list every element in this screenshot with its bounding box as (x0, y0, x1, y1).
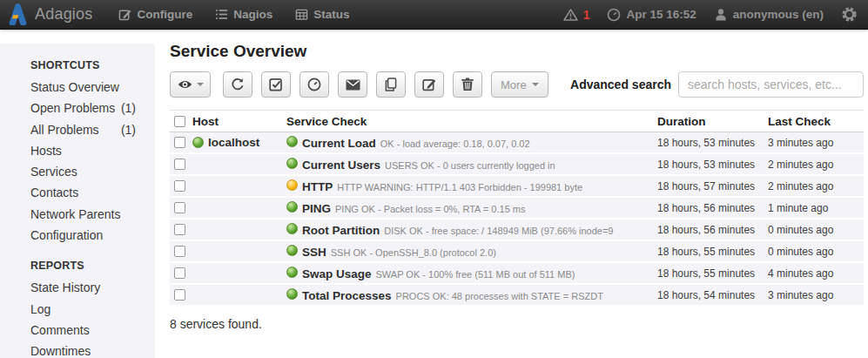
sidebar-item-label: State History (30, 277, 100, 298)
duration-value: 18 hours, 54 minutes (657, 289, 768, 301)
table-row: PING PING OK - Packet loss = 0%, RTA = 0… (170, 198, 864, 220)
sidebar-item-label: Open Problems (30, 98, 115, 118)
table-row: SSH SSH OK - OpenSSH_8.0 (protocol 2.0) … (170, 241, 864, 263)
sidebar-item-label: Status Overview (30, 77, 119, 98)
more-button[interactable]: More (491, 71, 548, 98)
acknowledge-button[interactable] (261, 71, 291, 98)
duration-value: 18 hours, 53 minutes (657, 137, 768, 149)
main-content: Service Overview (155, 30, 868, 358)
table-row: Swap Usage SWAP OK - 100% free (511 MB o… (170, 263, 864, 285)
toolbar: More Advanced search (170, 71, 864, 98)
sidebar-item[interactable]: Comments (0, 320, 155, 341)
sidebar-item[interactable]: Services (0, 161, 155, 182)
duration-value: 18 hours, 56 minutes (657, 202, 768, 214)
service-status-icon (286, 136, 298, 147)
select-all-checkbox[interactable] (174, 116, 185, 127)
sidebar-item[interactable]: All Problems (1) (0, 119, 155, 140)
last-check-value: 3 minutes ago (768, 289, 864, 301)
service-name[interactable]: Current Users (302, 159, 380, 172)
column-host: Host (192, 115, 286, 128)
service-name[interactable]: Root Partition (302, 224, 380, 237)
brand[interactable]: Adagios (9, 3, 92, 25)
table-row: HTTP HTTP WARNING: HTTP/1.1 403 Forbidde… (170, 176, 864, 198)
nav-configure[interactable]: Configure (118, 8, 192, 21)
column-last-check: Last Check (768, 115, 864, 128)
service-detail: HTTP WARNING: HTTP/1.1 403 Forbidden - 1… (337, 182, 582, 193)
service-name[interactable]: PING (302, 202, 331, 215)
envelope-icon (346, 79, 360, 91)
refresh-button[interactable] (223, 71, 252, 98)
brand-name: Adagios (35, 5, 92, 24)
nav-nagios-label: Nagios (233, 8, 273, 21)
adagios-logo-icon (9, 3, 27, 25)
service-name[interactable]: Total Processes (302, 289, 392, 302)
nav-status[interactable]: Status (295, 8, 349, 21)
last-check-value: 1 minute ago (768, 202, 864, 214)
row-checkbox[interactable] (174, 202, 185, 213)
table-row: Total Processes PROCS OK: 48 processes w… (170, 285, 864, 307)
copy-icon (384, 78, 398, 91)
nav-configure-label: Configure (137, 8, 192, 21)
service-status-icon (286, 245, 298, 256)
sidebar-item[interactable]: Open Problems (1) (0, 98, 155, 118)
service-status-icon (286, 201, 298, 213)
list-icon (215, 8, 228, 21)
row-checkbox[interactable] (174, 224, 185, 235)
user-icon (714, 8, 728, 22)
sidebar: SHORTCUTS Status Overview Open Problems … (0, 44, 155, 358)
copy-button[interactable] (376, 71, 406, 98)
eye-icon (178, 79, 192, 90)
clock-icon (607, 8, 621, 22)
row-checkbox[interactable] (174, 289, 185, 301)
host-name[interactable]: localhost (208, 136, 259, 149)
sidebar-item[interactable]: Downtimes (0, 341, 155, 358)
user-menu[interactable]: anonymous (en) (714, 8, 824, 22)
duration-value: 18 hours, 55 minutes (657, 267, 768, 280)
table-row: Current Users USERS OK - 0 users current… (170, 154, 864, 176)
sidebar-item[interactable]: State History (0, 277, 155, 298)
sidebar-item[interactable]: Status Overview (0, 77, 155, 98)
search-input[interactable] (678, 71, 864, 98)
nav-nagios[interactable]: Nagios (215, 8, 273, 21)
service-detail: PING OK - Packet loss = 0%, RTA = 0.15 m… (335, 204, 525, 214)
service-status-icon (286, 267, 298, 278)
row-checkbox[interactable] (174, 246, 185, 257)
row-checkbox[interactable] (174, 267, 185, 279)
table-icon (295, 8, 308, 21)
sidebar-item[interactable]: Network Parents (0, 204, 155, 225)
sidebar-item[interactable]: Log (0, 299, 155, 320)
notify-button[interactable] (338, 71, 367, 98)
service-status-icon (286, 288, 298, 300)
service-name[interactable]: SSH (302, 246, 326, 259)
row-checkbox[interactable] (174, 137, 185, 148)
duration-value: 18 hours, 57 minutes (657, 180, 768, 193)
column-duration: Duration (657, 115, 768, 128)
delete-button[interactable] (453, 71, 482, 98)
alerts-indicator[interactable]: 1 (563, 8, 590, 22)
service-detail: USERS OK - 0 users currently logged in (385, 160, 555, 171)
last-check-value: 0 minutes ago (768, 224, 864, 236)
view-options-button[interactable] (170, 71, 211, 98)
warning-triangle-icon (563, 8, 578, 22)
last-check-value: 2 minutes ago (768, 180, 864, 193)
sidebar-item[interactable]: Hosts (0, 140, 155, 161)
service-name[interactable]: Current Load (302, 137, 376, 150)
reschedule-button[interactable] (299, 71, 329, 98)
page-title: Service Overview (170, 42, 864, 61)
service-name[interactable]: HTTP (302, 180, 333, 193)
row-checkbox[interactable] (174, 159, 185, 170)
service-name[interactable]: Swap Usage (302, 267, 372, 280)
last-check-value: 4 minutes ago (768, 267, 864, 280)
datetime-indicator[interactable]: Apr 15 16:52 (607, 8, 696, 22)
datetime-label: Apr 15 16:52 (626, 8, 696, 21)
table-row: Root Partition DISK OK - free space: / 1… (170, 220, 864, 241)
gear-icon[interactable] (841, 6, 858, 23)
edit-button[interactable] (414, 71, 444, 98)
services-found-text: 8 services found. (170, 317, 864, 331)
row-checkbox[interactable] (174, 180, 185, 192)
nav-status-label: Status (313, 8, 349, 21)
sidebar-item[interactable]: Configuration (0, 225, 155, 246)
sidebar-item[interactable]: Contacts (0, 182, 155, 203)
advanced-search-label: Advanced search (570, 78, 671, 91)
sidebar-item-label: Downtimes (30, 341, 91, 358)
